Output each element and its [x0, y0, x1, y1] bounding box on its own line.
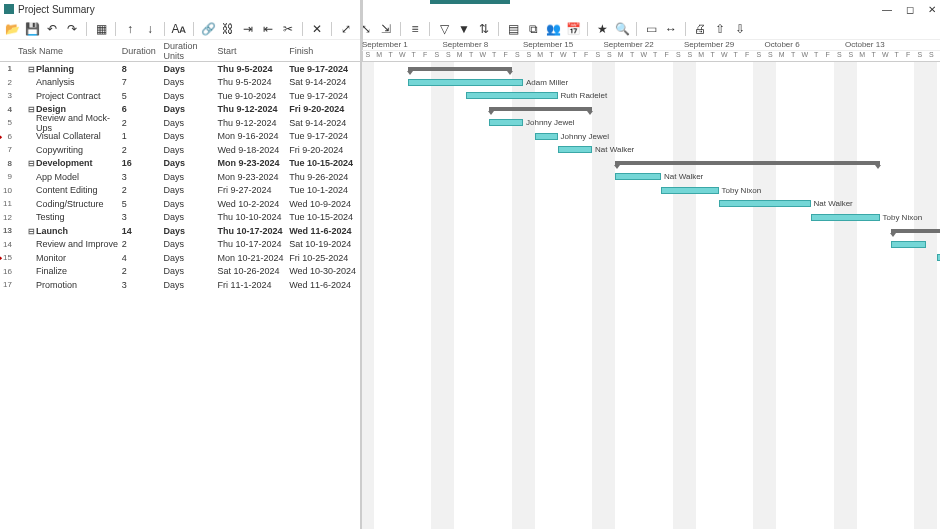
unlink-button[interactable]: ⛓ [220, 21, 236, 37]
task-name-cell[interactable]: Ananlysis [14, 77, 122, 87]
duration-cell[interactable]: 6 [122, 104, 164, 114]
export-button[interactable]: ⇧ [712, 21, 728, 37]
start-cell[interactable]: Tue 9-10-2024 [217, 91, 289, 101]
duration-cell[interactable]: 1 [122, 131, 164, 141]
duration-cell[interactable]: 3 [122, 212, 164, 222]
start-cell[interactable]: Thu 9-5-2024 [217, 77, 289, 87]
duration-units-cell[interactable]: Days [164, 145, 218, 155]
import-button[interactable]: ⇩ [732, 21, 748, 37]
finish-cell[interactable]: Wed 11-6-2024 [289, 280, 361, 290]
duration-units-cell[interactable]: Days [164, 131, 218, 141]
link-button[interactable]: 🔗 [200, 21, 216, 37]
font-button[interactable]: Aᴀ [171, 21, 187, 37]
table-row[interactable]: 11Coding/Structure5DaysWed 10-2-2024Wed … [0, 197, 361, 211]
task-bar[interactable] [811, 214, 880, 221]
start-cell[interactable]: Mon 10-21-2024 [217, 253, 289, 263]
task-name-cell[interactable]: Content Editing [14, 185, 122, 195]
collapse-icon[interactable]: ⊟ [28, 159, 36, 168]
duration-cell[interactable]: 3 [122, 280, 164, 290]
finish-cell[interactable]: Tue 10-15-2024 [289, 212, 361, 222]
calendar-button[interactable]: 📅 [565, 21, 581, 37]
filter-clear-button[interactable]: ▽ [436, 21, 452, 37]
task-bar[interactable] [891, 241, 926, 248]
finish-cell[interactable]: Fri 10-25-2024 [289, 253, 361, 263]
start-cell[interactable]: Mon 9-16-2024 [217, 131, 289, 141]
duration-units-cell[interactable]: Days [164, 118, 218, 128]
finish-cell[interactable]: Wed 10-30-2024 [289, 266, 361, 276]
task-name-cell[interactable]: Review and Improve [14, 239, 122, 249]
table-row[interactable]: 17Promotion3DaysFri 11-1-2024Wed 11-6-20… [0, 278, 361, 292]
task-name-cell[interactable]: ⊟Launch [14, 226, 122, 236]
arrow-down-button[interactable]: ↓ [142, 21, 158, 37]
filter-button[interactable]: ▼ [456, 21, 472, 37]
align-button[interactable]: ≡ [407, 21, 423, 37]
task-name-cell[interactable]: Copywriting [14, 145, 122, 155]
summary-bar[interactable] [615, 161, 880, 165]
collapse-icon[interactable]: ⊟ [28, 227, 36, 236]
duration-units-cell[interactable]: Days [164, 104, 218, 114]
finish-cell[interactable]: Tue 9-17-2024 [289, 131, 361, 141]
task-name-cell[interactable]: Monitor [14, 253, 122, 263]
finish-cell[interactable]: Sat 10-19-2024 [289, 239, 361, 249]
duration-units-cell[interactable]: Days [164, 239, 218, 249]
finish-cell[interactable]: Sat 9-14-2024 [289, 77, 361, 87]
table-row[interactable]: 2Ananlysis7DaysThu 9-5-2024Sat 9-14-2024 [0, 76, 361, 90]
duration-cell[interactable]: 7 [122, 77, 164, 87]
duration-cell[interactable]: 2 [122, 118, 164, 128]
task-name-cell[interactable]: Promotion [14, 280, 122, 290]
table-row[interactable]: 6⬥Visual Collateral1DaysMon 9-16-2024Tue… [0, 130, 361, 144]
width-button[interactable]: ↔ [663, 21, 679, 37]
duration-cell[interactable]: 2 [122, 266, 164, 276]
duration-cell[interactable]: 14 [122, 226, 164, 236]
table-row[interactable]: 16Finalize2DaysSat 10-26-2024Wed 10-30-2… [0, 265, 361, 279]
table-row[interactable]: 7Copywriting2DaysWed 9-18-2024Fri 9-20-2… [0, 143, 361, 157]
open-button[interactable]: 📂 [4, 21, 20, 37]
task-bar[interactable] [661, 187, 719, 194]
task-name-cell[interactable]: Coding/Structure [14, 199, 122, 209]
duration-cell[interactable]: 8 [122, 64, 164, 74]
finish-cell[interactable]: Tue 9-17-2024 [289, 91, 361, 101]
duration-units-cell[interactable]: Days [164, 172, 218, 182]
task-bar[interactable] [558, 146, 593, 153]
table-row[interactable]: 10Content Editing2DaysFri 9-27-2024Tue 1… [0, 184, 361, 198]
indent-button[interactable]: ⇥ [240, 21, 256, 37]
finish-cell[interactable]: Tue 9-17-2024 [289, 64, 361, 74]
duration-units-cell[interactable]: Days [164, 77, 218, 87]
duration-cell[interactable]: 5 [122, 91, 164, 101]
summary-bar[interactable] [489, 107, 593, 111]
goto-button[interactable]: ⇲ [378, 21, 394, 37]
task-bar[interactable] [719, 200, 811, 207]
duration-units-cell[interactable]: Days [164, 199, 218, 209]
table-row[interactable]: 3Project Contract5DaysTue 9-10-2024Tue 9… [0, 89, 361, 103]
find-button[interactable]: ★ [594, 21, 610, 37]
grid-button[interactable]: ▦ [93, 21, 109, 37]
duration-units-cell[interactable]: Days [164, 64, 218, 74]
outdent-button[interactable]: ⇤ [260, 21, 276, 37]
finish-cell[interactable]: Tue 10-1-2024 [289, 185, 361, 195]
duration-units-cell[interactable]: Days [164, 280, 218, 290]
task-name-cell[interactable]: Project Contract [14, 91, 122, 101]
start-cell[interactable]: Wed 10-2-2024 [217, 199, 289, 209]
start-cell[interactable]: Fri 9-27-2024 [217, 185, 289, 195]
finish-cell[interactable]: Fri 9-20-2024 [289, 145, 361, 155]
task-name-cell[interactable]: Testing [14, 212, 122, 222]
duration-cell[interactable]: 2 [122, 239, 164, 249]
duration-units-cell[interactable]: Days [164, 91, 218, 101]
table-row[interactable]: 9App Model3DaysMon 9-23-2024Thu 9-26-202… [0, 170, 361, 184]
maximize-button[interactable]: ◻ [906, 4, 914, 15]
duration-units-cell[interactable]: Days [164, 212, 218, 222]
finish-cell[interactable]: Tue 10-15-2024 [289, 158, 361, 168]
table-row[interactable]: 8⊟Development16DaysMon 9-23-2024Tue 10-1… [0, 157, 361, 171]
finish-cell[interactable]: Thu 9-26-2024 [289, 172, 361, 182]
start-cell[interactable]: Thu 9-5-2024 [217, 64, 289, 74]
col-start[interactable]: Start [217, 46, 289, 56]
summary-bar[interactable] [891, 229, 940, 233]
task-bar[interactable] [408, 79, 523, 86]
resources-button[interactable]: ⧉ [525, 21, 541, 37]
duration-cell[interactable]: 16 [122, 158, 164, 168]
start-cell[interactable]: Thu 10-10-2024 [217, 212, 289, 222]
task-name-cell[interactable]: Review and Mock-Ups [14, 113, 122, 133]
finish-cell[interactable]: Fri 9-20-2024 [289, 104, 361, 114]
start-cell[interactable]: Thu 10-17-2024 [217, 239, 289, 249]
print-button[interactable]: 🖨 [692, 21, 708, 37]
